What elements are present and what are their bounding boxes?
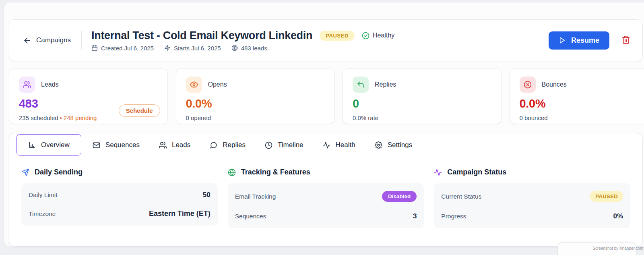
tab-label: Replies bbox=[223, 141, 246, 149]
stats-row: Leads 483 235 scheduled•248 pending Sche… bbox=[9, 68, 644, 124]
stat-sub: 0 opened bbox=[186, 114, 325, 121]
tab-label: Sequences bbox=[105, 141, 140, 149]
page-title: Internal Test - Cold Email Keyword Linke… bbox=[91, 29, 312, 42]
tracking-features-section: Tracking & Features Email Tracking Disab… bbox=[228, 168, 424, 228]
scheduled-count: 235 scheduled bbox=[19, 114, 58, 121]
stat-label: Bounces bbox=[542, 81, 567, 88]
row-value: 0% bbox=[613, 212, 623, 220]
message-bubble-icon bbox=[210, 141, 217, 149]
schedule-button[interactable]: Schedule bbox=[119, 104, 160, 117]
arrow-left-icon bbox=[23, 36, 31, 45]
section-title: Campaign Status bbox=[447, 168, 506, 176]
email-tracking-row: Email Tracking Disabled bbox=[235, 186, 417, 207]
stat-sub: 0 bounced bbox=[520, 114, 644, 121]
resume-button-label: Resume bbox=[571, 36, 599, 45]
users-icon bbox=[159, 141, 167, 149]
tab-label: Settings bbox=[388, 141, 412, 149]
tab-overview[interactable]: Overview bbox=[17, 134, 81, 155]
back-link-label: Campaigns bbox=[36, 36, 71, 44]
current-status-row: Current Status PAUSED bbox=[441, 186, 623, 207]
trash-icon bbox=[621, 35, 630, 44]
section-title: Tracking & Features bbox=[241, 168, 310, 176]
tab-settings[interactable]: Settings bbox=[365, 133, 422, 157]
stat-card-leads: Leads 483 235 scheduled•248 pending Sche… bbox=[9, 68, 168, 124]
tab-timeline[interactable]: Timeline bbox=[255, 133, 313, 157]
row-label: Timezone bbox=[29, 210, 56, 218]
activity-icon bbox=[323, 141, 330, 149]
timezone-row: Timezone Eastern Time (ET) bbox=[29, 204, 211, 223]
campaign-status-section: Campaign Status Current Status PAUSED Pr… bbox=[434, 168, 630, 228]
section-title: Daily Sending bbox=[35, 168, 83, 176]
paused-badge: PAUSED bbox=[590, 191, 623, 202]
pulse-icon bbox=[434, 168, 442, 176]
tab-replies[interactable]: Replies bbox=[200, 133, 255, 157]
campaign-meta: Created Jul 6, 2025 Starts Jul 6, 2025 4… bbox=[91, 45, 394, 52]
send-icon bbox=[21, 168, 29, 176]
calendar-icon bbox=[91, 45, 98, 51]
users-icon bbox=[23, 81, 31, 89]
tab-label: Health bbox=[336, 141, 355, 149]
dot-separator: • bbox=[60, 114, 62, 121]
tracking-panel: Email Tracking Disabled Sequences 3 bbox=[228, 183, 424, 228]
row-label: Sequences bbox=[235, 213, 266, 220]
tab-label: Timeline bbox=[278, 141, 303, 149]
back-to-campaigns-link[interactable]: Campaigns bbox=[23, 36, 71, 45]
x-circle-icon bbox=[524, 81, 532, 89]
health-indicator: Healthy bbox=[362, 32, 394, 39]
replies-iconbox bbox=[353, 77, 369, 93]
play-icon bbox=[559, 37, 566, 44]
check-circle-icon bbox=[362, 32, 369, 39]
tab-leads[interactable]: Leads bbox=[149, 133, 200, 157]
meta-created: Created Jul 6, 2025 bbox=[91, 45, 154, 52]
daily-sending-section: Daily Sending Daily Limit 50 Timezone Ea… bbox=[21, 168, 218, 228]
stat-card-opens: Opens 0.0% 0 opened bbox=[176, 68, 335, 124]
row-value: 50 bbox=[203, 191, 211, 199]
bounces-iconbox bbox=[520, 77, 536, 93]
disabled-badge: Disabled bbox=[382, 191, 417, 202]
meta-starts-label: Starts Jul 6, 2025 bbox=[174, 45, 221, 52]
tab-sequences[interactable]: Sequences bbox=[83, 133, 149, 157]
tab-bar: Overview Sequences Leads Replies Timelin… bbox=[9, 133, 642, 157]
clock-icon bbox=[265, 141, 272, 149]
campaign-detail-card: Overview Sequences Leads Replies Timelin… bbox=[9, 133, 643, 247]
eye-icon bbox=[190, 81, 198, 89]
zap-icon bbox=[164, 45, 171, 51]
meta-starts: Starts Jul 6, 2025 bbox=[164, 45, 221, 52]
progress-row: Progress 0% bbox=[441, 207, 623, 226]
bar-chart-icon bbox=[28, 141, 36, 149]
gear-icon bbox=[375, 141, 382, 149]
row-label: Current Status bbox=[441, 193, 481, 200]
target-icon bbox=[231, 45, 238, 51]
stat-label: Opens bbox=[208, 81, 227, 88]
row-value: 3 bbox=[413, 212, 417, 220]
tab-health[interactable]: Health bbox=[313, 133, 365, 157]
watermark: Screenshot by Xnapper.com bbox=[592, 246, 643, 251]
stat-value: 0.0% bbox=[186, 97, 325, 110]
stat-sub: 0.0% rate bbox=[353, 114, 491, 121]
daily-limit-row: Daily Limit 50 bbox=[29, 186, 211, 204]
sequences-count-row: Sequences 3 bbox=[235, 207, 417, 226]
status-badge: PAUSED bbox=[320, 31, 355, 41]
meta-leads-label: 483 leads bbox=[241, 45, 267, 52]
tab-label: Overview bbox=[41, 141, 70, 149]
stat-label: Replies bbox=[375, 81, 396, 88]
pending-count: 248 pending bbox=[64, 114, 97, 121]
row-label: Progress bbox=[441, 213, 466, 220]
delete-campaign-button[interactable] bbox=[621, 35, 630, 46]
stat-card-replies: Replies 0 0.0% rate bbox=[343, 68, 502, 124]
resume-button[interactable]: Resume bbox=[549, 31, 609, 50]
meta-created-label: Created Jul 6, 2025 bbox=[101, 45, 154, 52]
daily-sending-panel: Daily Limit 50 Timezone Eastern Time (ET… bbox=[21, 183, 218, 226]
tab-label: Leads bbox=[172, 141, 190, 149]
header-divider bbox=[81, 31, 82, 50]
overview-content: Daily Sending Daily Limit 50 Timezone Ea… bbox=[9, 157, 642, 228]
stat-card-bounces: Bounces 0.0% 0 bounced bbox=[510, 68, 644, 124]
status-panel: Current Status PAUSED Progress 0% bbox=[434, 183, 630, 228]
row-label: Daily Limit bbox=[29, 191, 57, 199]
globe-icon bbox=[228, 168, 236, 176]
campaign-header: Campaigns Internal Test - Cold Email Key… bbox=[9, 19, 643, 61]
row-label: Email Tracking bbox=[235, 193, 276, 200]
meta-leads: 483 leads bbox=[231, 45, 267, 52]
stat-label: Leads bbox=[41, 81, 59, 88]
health-label: Healthy bbox=[373, 32, 394, 39]
